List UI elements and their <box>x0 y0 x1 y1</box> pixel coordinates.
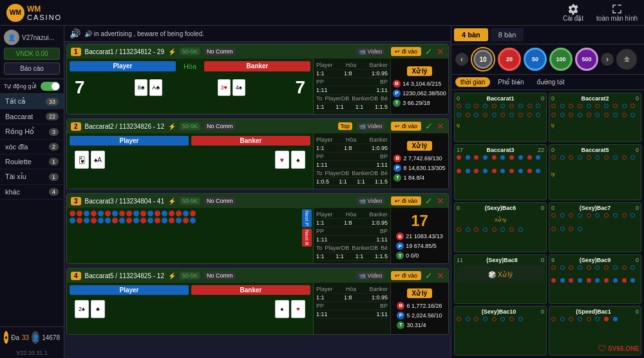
table-1: 1 Baccarat1 / 113234812 - 29 ⚡ 50-5K No … <box>66 44 449 115</box>
table-3-odds: Player Hòa Banker 1:1 1:8 1:0.95 PP BP <box>313 208 390 263</box>
table-1-processing: Xử lý <box>407 66 433 76</box>
table-3-body: Next P Next B Player Hòa Banker 1:1 1:8 … <box>67 208 448 263</box>
nav-item-other[interactable]: khác 4 <box>0 185 64 200</box>
sidebar-bottom: ♦ Đa 33 👤 14678 <box>0 326 64 348</box>
table-2-go-in[interactable]: ↩ đi vào <box>391 122 421 131</box>
table-3-number: 3 <box>71 197 81 205</box>
right-tabs: 4 bàn 8 bàn <box>451 26 644 44</box>
card: ♠ <box>291 151 305 169</box>
card: 4♠ <box>232 79 245 96</box>
nav-item-all[interactable]: Tất cả 33 <box>0 94 64 109</box>
chip-10[interactable]: 10 <box>473 50 493 69</box>
table-1-game: Player Hòa Banker 7 8♣ A♣ 3♥ 4♠ <box>67 59 313 114</box>
card: A♣ <box>149 79 162 96</box>
table-4: 4 Baccarat5 / 113234825 - 12 ⚡ 50-5K No … <box>66 268 449 335</box>
announcement-text: 🔊 in advertising , beware of being foole… <box>84 30 204 37</box>
nav-item-xoc-dia[interactable]: xóc đĩa 2 <box>0 140 64 155</box>
table-1-banker-cards: 3♥ 4♠ <box>213 77 251 99</box>
tab-4-tables[interactable]: 4 bàn <box>454 28 488 41</box>
table-1-odds: Player Hòa Banker 1:1 1:8 1:0.95 PP BP <box>313 59 390 114</box>
filter-popular[interactable]: Phổ biến <box>493 77 529 87</box>
watermark: 🛡 SV66.ONE <box>598 343 639 353</box>
table-3-roadmap: Next P Next B <box>67 208 313 263</box>
card: 2♠ <box>75 300 89 318</box>
chip-row: ‹ 10 20 50 100 500 › 全 <box>451 44 644 75</box>
table-4-odds: Player Hòa Banker 1:1 1:8 1:0.95 PP BP <box>313 283 390 334</box>
table-4-close[interactable]: ✕ <box>437 270 444 281</box>
speaker-icon: 🔊 <box>70 28 80 39</box>
nav-item-tai-xiu[interactable]: Tài xỉu 1 <box>0 169 64 185</box>
auto-deposit-toggle[interactable] <box>41 82 60 91</box>
table-1-limit: 50-5K <box>180 48 200 55</box>
logo-wm: WM <box>27 5 62 14</box>
table-3-header: 3 Baccarat3 / 113234804 - 41 ⚡ 50-5K No … <box>67 194 448 208</box>
table-2-top: Top <box>338 122 353 130</box>
header-right: Cài đặt toàn màn hình <box>563 3 638 22</box>
table-1-banker-bar: Banker <box>204 61 310 71</box>
tab-8-tables[interactable]: 8 bàn <box>491 28 524 41</box>
table-4-game: Player Banker 2♠ ♣ ♠ ♥ <box>67 283 313 334</box>
auto-deposit-row: Tự động gửi <box>0 79 64 94</box>
filter-good-road[interactable]: đường tốt <box>532 77 570 87</box>
fullscreen-button[interactable]: toàn màn hình <box>596 3 638 22</box>
user-area: 👤 V27nazui... VNDK 0.00 Báo cáo <box>0 26 64 79</box>
header: WM WM CASINO Cài đặt toàn màn hình <box>0 0 644 26</box>
mini-table-sexy-bac10: (Sexy)Bac10 0 <box>454 306 547 355</box>
logo-casino: CASINO <box>27 14 62 21</box>
table-1-player-bar: Player <box>70 61 176 71</box>
filter-tabs: thời gian Phổ biến đường tốt <box>451 75 644 90</box>
card: 🂱 <box>75 151 89 169</box>
user-id: 14678 <box>42 334 60 341</box>
table-1-check: ✓ <box>425 46 433 57</box>
filter-time[interactable]: thời gian <box>455 77 490 87</box>
chip-100[interactable]: 100 <box>549 48 573 71</box>
table-1-video: 📹 Video <box>356 48 384 55</box>
chip-50[interactable]: 50 <box>524 48 547 71</box>
chip-500[interactable]: 500 <box>575 48 598 71</box>
table-1-header: 1 Baccarat1 / 113234812 - 29 ⚡ 50-5K No … <box>67 44 448 59</box>
avatar: 👤 <box>4 30 19 45</box>
table-3-status: 17 B 21 1083.43/13 P 19 674.85/5 T 0 <box>390 208 448 263</box>
table-4-go-in[interactable]: ↩ đi vào <box>391 271 421 280</box>
mini-table-sexy-bac9: 9 (Sexy)Bac9 0 <box>549 254 641 304</box>
table-1-close[interactable]: ✕ <box>437 46 444 57</box>
card: 3♥ <box>218 79 231 96</box>
report-button[interactable]: Báo cáo <box>4 62 60 75</box>
center-content: 🔊 🔊 in advertising , beware of being foo… <box>64 26 451 358</box>
logo-icon: WM <box>6 4 24 22</box>
chip-all[interactable]: 全 <box>616 49 637 70</box>
table-4-name: Baccarat5 / 113234825 - 12 <box>85 272 164 279</box>
table-3-close[interactable]: ✕ <box>437 196 444 206</box>
table-2-limit: 50-5K <box>180 122 200 130</box>
user-row: 👤 V27nazui... <box>4 30 60 45</box>
gear-icon <box>567 3 579 15</box>
nav-item-roulette[interactable]: Roulette 1 <box>0 155 64 169</box>
table-1-go-in[interactable]: ↩ đi vào <box>391 47 421 56</box>
table-1-banker-score: 7 <box>295 77 305 98</box>
fullscreen-icon <box>611 3 623 15</box>
table-4-nocomm: No Comm <box>204 272 236 279</box>
table-1-tie: Hòa <box>178 61 202 71</box>
nav-item-baccarat[interactable]: Baccarat 22 <box>0 109 64 124</box>
table-1-pb-row: Player Hòa Banker <box>70 61 310 71</box>
sidebar: 👤 V27nazui... VNDK 0.00 Báo cáo Tự động … <box>0 26 64 358</box>
table-1-number: 1 <box>71 48 81 56</box>
mini-table-sexy-bac8: 11 (Sexy)Bac8 0 🎲 Xử lý <box>454 254 547 304</box>
table-3-go-in[interactable]: ↩ đi vào <box>391 196 421 205</box>
table-1-player-score: 7 <box>75 77 85 98</box>
table-3-limit: 50-5K <box>180 197 200 205</box>
mini-table-baccarat1: 0 Baccarat1 0 <box>454 93 547 142</box>
table-2-status: Xử lý B 2 7,742.69/130 P 8 14,630.13/305… <box>390 133 448 189</box>
balance-button[interactable]: VNDK 0.00 <box>4 48 60 60</box>
table-2-close[interactable]: ✕ <box>437 121 444 131</box>
chip-prev[interactable]: ‹ <box>455 53 468 66</box>
username: V27nazui... <box>22 34 54 41</box>
chip-20[interactable]: 20 <box>498 48 521 71</box>
xuly-status: 🎲 Xử lý <box>488 271 512 278</box>
chip-next[interactable]: › <box>601 53 614 66</box>
mini-table-sexy-bac7: 0 (Sexy)Bac7 0 <box>549 202 641 252</box>
nav-item-dragon-tiger[interactable]: Rồng Hổ 3 <box>0 124 64 140</box>
mini-table-speed-bac1: (Speed)Bac1 0 🛡 SV66.ONE <box>549 306 641 355</box>
settings-button[interactable]: Cài đặt <box>563 3 583 22</box>
logo: WM WM CASINO <box>6 4 62 22</box>
